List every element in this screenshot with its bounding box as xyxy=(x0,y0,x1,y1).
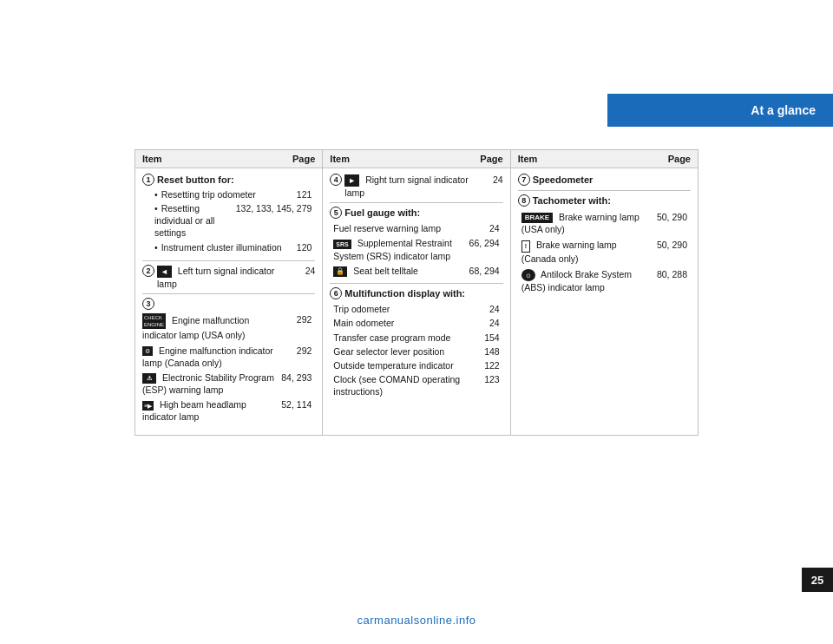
item-page: 68, 294 xyxy=(469,265,500,278)
item-page: 66, 294 xyxy=(469,237,500,261)
check-engine-icon: CHECKENGINE xyxy=(142,313,166,329)
item-title: Reset button for: xyxy=(157,174,234,187)
list-item: ⊙ Antilock Brake System (ABS) indicator … xyxy=(518,268,687,293)
item-title: Fuel gauge with: xyxy=(344,207,420,220)
item-number: 4 xyxy=(330,174,342,186)
list-item: BRAKE Brake warning lamp (USA only) 50, … xyxy=(518,211,687,236)
col1-body: 1 Reset button for: •Resetting trip odom… xyxy=(135,168,322,435)
page-number: 25 xyxy=(802,568,833,592)
col1-header-item: Item xyxy=(142,154,162,164)
col2-header-page: Page xyxy=(480,154,502,164)
table-row: 3 CHECKENGINE Engine malfunction indicat… xyxy=(142,298,315,425)
seatbelt-icon: 🔒 xyxy=(333,266,347,278)
table-col-1: Item Page 1 Reset button for: •Resetting… xyxy=(134,149,323,436)
item-page: 50, 290 xyxy=(657,211,687,236)
list-item: Trip odometer 24 xyxy=(333,303,499,315)
list-item: ≡▶ High beam headlamp indicator lamp 52,… xyxy=(142,398,312,423)
divider xyxy=(330,202,502,203)
divider xyxy=(330,283,502,284)
item-number: 1 xyxy=(142,174,154,186)
item-page: 52, 114 xyxy=(281,398,312,423)
item-number: 3 xyxy=(142,298,154,310)
list-item: SRS Supplemental Restraint System (SRS) … xyxy=(330,237,499,261)
table-col-2: Item Page 4 ► Right turn signal indicato… xyxy=(323,149,510,436)
divider xyxy=(142,293,315,294)
brake-usa-icon: BRAKE xyxy=(521,213,553,224)
item-page: 24 xyxy=(289,265,315,277)
item-page: 292 xyxy=(285,345,312,369)
item-text: Fuel reserve warning lamp xyxy=(333,222,473,234)
table-row: 7 Speedometer xyxy=(518,174,691,187)
item-text: Trip odometer xyxy=(333,303,390,315)
table-row: 6 Multifunction display with: Trip odome… xyxy=(330,287,502,399)
item-title: Speedometer xyxy=(533,174,594,187)
highbeam-icon: ≡▶ xyxy=(142,401,154,411)
bullet-list: •Resetting trip odometer 121 •Resetting … xyxy=(142,188,312,253)
item-title: Tachometer with: xyxy=(533,194,611,207)
item-page: 148 xyxy=(484,345,500,358)
brake-canada-icon: ! xyxy=(521,240,530,253)
list-item: ⚠ Electronic Stability Program (ESP) war… xyxy=(142,371,312,396)
list-item: ! Brake warning lamp (Canada only) 50, 2… xyxy=(518,239,687,264)
right-arrow-icon: ► xyxy=(344,174,359,187)
divider xyxy=(518,190,691,191)
list-item: Clock (see COMAND operating instructions… xyxy=(333,373,499,398)
main-content: Item Page 1 Reset button for: •Resetting… xyxy=(134,149,699,436)
col3-header: Item Page xyxy=(511,150,698,168)
item-page: 24 xyxy=(489,303,500,315)
col3-header-page: Page xyxy=(668,154,691,164)
item-page: 80, 288 xyxy=(657,268,687,293)
table-col-3: Item Page 7 Speedometer 8 Tacho xyxy=(511,149,699,436)
item-page: 24 xyxy=(477,174,503,186)
item-page: 84, 293 xyxy=(281,371,312,396)
item-number: 2 xyxy=(142,265,154,277)
item-number: 8 xyxy=(518,194,530,207)
item-page: 24 xyxy=(489,317,500,329)
item-number: 6 xyxy=(330,287,342,299)
item-number: 5 xyxy=(330,207,342,219)
list-item: Main odometer 24 xyxy=(333,317,499,329)
list-item: Gear selector lever position 148 xyxy=(333,345,499,358)
col3-body: 7 Speedometer 8 Tachometer with: BRAKE xyxy=(511,168,698,306)
col1-header-page: Page xyxy=(292,154,315,164)
table-row: 5 Fuel gauge with: Fuel reserve warning … xyxy=(330,207,502,279)
col2-body: 4 ► Right turn signal indicator lamp 24 … xyxy=(323,168,509,408)
table-row: 1 Reset button for: •Resetting trip odom… xyxy=(142,174,315,257)
engine-ca-icon: ⚙ xyxy=(142,346,153,356)
item-text: Transfer case program mode xyxy=(333,332,450,344)
esp-icon: ⚠ xyxy=(142,373,156,384)
footer-url-text: carmanualsonline.info xyxy=(357,614,476,627)
item-page: 154 xyxy=(484,332,500,344)
list-item: •Resetting individual or all settings 13… xyxy=(154,202,312,240)
list-item: 🔒 Seat belt telltale 68, 294 xyxy=(330,265,499,278)
banner-title: At a glance xyxy=(751,103,816,117)
item-page: 50, 290 xyxy=(657,239,687,264)
srs-icon: SRS xyxy=(333,240,351,249)
item-page: 122 xyxy=(484,359,500,371)
table-row: 2 ◄ Left turn signal indicator lamp 24 xyxy=(142,265,315,290)
footer-url: carmanualsonline.info xyxy=(357,614,476,627)
item-title: Multifunction display with: xyxy=(344,287,465,300)
list-item: •Resetting trip odometer 121 xyxy=(154,188,312,200)
col2-header: Item Page xyxy=(323,150,509,168)
col2-header-item: Item xyxy=(330,154,350,164)
item-page: 123 xyxy=(484,373,500,398)
list-item: Transfer case program mode 154 xyxy=(333,332,499,344)
table-row: 4 ► Right turn signal indicator lamp 24 xyxy=(330,174,502,199)
item-text: Gear selector lever position xyxy=(333,345,444,358)
abs-icon: ⊙ xyxy=(521,269,535,281)
list-item: CHECKENGINE Engine malfunction indicator… xyxy=(142,313,312,341)
table-row: 8 Tachometer with: BRAKE Brake warning l… xyxy=(518,194,691,297)
item-text: Main odometer xyxy=(333,317,394,329)
item-page: 24 xyxy=(474,222,500,234)
at-a-glance-banner: At a glance xyxy=(607,94,833,127)
list-item: Fuel reserve warning lamp 24 xyxy=(330,222,499,234)
left-arrow-icon: ◄ xyxy=(157,266,172,278)
item-page: 292 xyxy=(285,313,312,341)
item-text: Outside temperature indicator xyxy=(333,359,453,371)
list-item: ⚙ Engine malfunction indicator lamp (Can… xyxy=(142,345,312,369)
list-item: Outside temperature indicator 122 xyxy=(333,359,499,371)
item-text: Clock (see COMAND operating instructions… xyxy=(333,373,484,398)
col1-header: Item Page xyxy=(135,150,322,168)
col3-header-item: Item xyxy=(518,154,538,164)
